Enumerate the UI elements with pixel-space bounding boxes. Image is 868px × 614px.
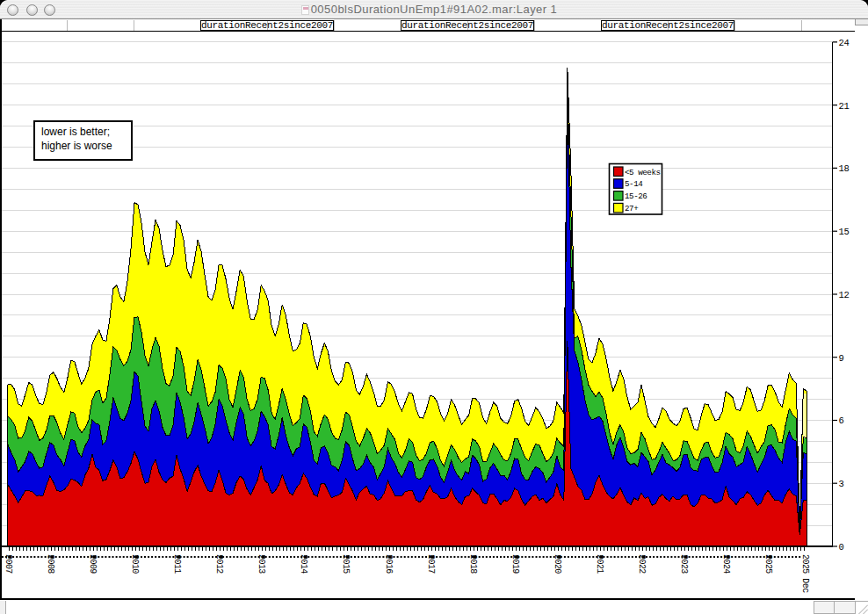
svg-text:2009: 2009 xyxy=(88,554,98,574)
svg-text:2016: 2016 xyxy=(384,554,394,574)
svg-text:9: 9 xyxy=(839,353,844,364)
svg-text:2013: 2013 xyxy=(257,554,266,574)
svg-text:2012: 2012 xyxy=(214,554,224,574)
svg-text:2018: 2018 xyxy=(468,554,478,574)
svg-text:<5 weeks: <5 weeks xyxy=(625,168,661,177)
svg-text:2011: 2011 xyxy=(172,554,182,574)
svg-text:2022: 2022 xyxy=(637,554,647,574)
svg-text:2024: 2024 xyxy=(721,554,731,574)
svg-text:2015: 2015 xyxy=(341,554,351,574)
svg-text:2019: 2019 xyxy=(510,554,520,574)
svg-text:2014: 2014 xyxy=(299,554,308,574)
svg-text:2007: 2007 xyxy=(4,554,13,574)
svg-text:27+: 27+ xyxy=(625,204,638,213)
svg-text:12: 12 xyxy=(839,290,850,300)
svg-text:24: 24 xyxy=(839,38,850,48)
svg-text:2021: 2021 xyxy=(595,554,604,574)
svg-text:21: 21 xyxy=(839,101,850,112)
svg-text:2017: 2017 xyxy=(426,554,436,574)
svg-text:15-26: 15-26 xyxy=(625,191,647,201)
svg-text:2020: 2020 xyxy=(553,554,562,574)
svg-text:2025: 2025 xyxy=(763,554,773,574)
svg-text:2025 Dec: 2025 Dec xyxy=(800,554,810,593)
svg-text:18: 18 xyxy=(839,163,850,174)
svg-text:6: 6 xyxy=(839,415,844,426)
svg-text:5-14: 5-14 xyxy=(625,179,643,189)
svg-text:15: 15 xyxy=(839,227,850,237)
svg-text:3: 3 xyxy=(839,479,844,489)
svg-text:2023: 2023 xyxy=(679,554,689,574)
svg-text:2010: 2010 xyxy=(130,554,140,574)
svg-text:0: 0 xyxy=(839,542,844,553)
svg-text:2008: 2008 xyxy=(46,554,55,574)
